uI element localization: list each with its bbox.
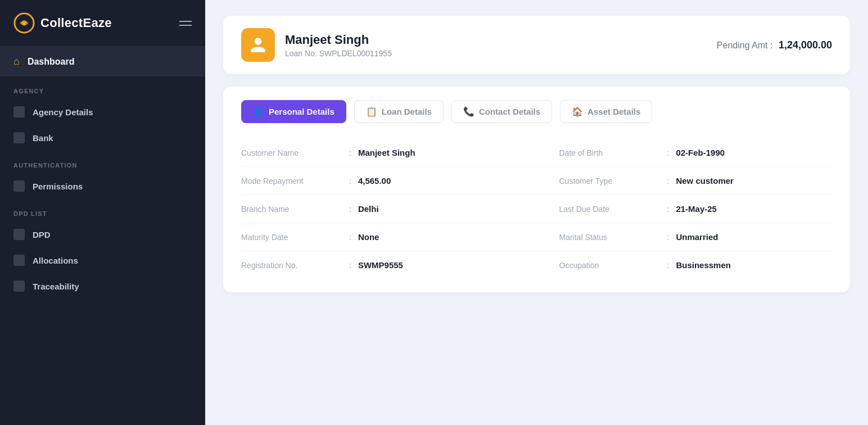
home-icon: ⌂ bbox=[13, 56, 20, 67]
tabs-row: 👤 Personal Details 📋 Loan Details 📞 Cont… bbox=[241, 100, 832, 123]
sidebar-item-label: Traceability bbox=[33, 282, 79, 291]
pending-amount-area: Pending Amt : 1,24,000.00 bbox=[717, 39, 832, 51]
pending-label: Pending Amt : bbox=[717, 40, 773, 50]
colon: : bbox=[349, 205, 351, 214]
tab-contact-details[interactable]: 📞 Contact Details bbox=[451, 100, 552, 123]
label-registration-no: Registration No. bbox=[241, 261, 342, 270]
value-customer-type: New customer bbox=[676, 176, 734, 186]
tab-asset-details[interactable]: 🏠 Asset Details bbox=[560, 100, 652, 123]
detail-row-marital-status: Marital Status : Unmarried bbox=[537, 223, 833, 251]
tab-asset-label: Asset Details bbox=[587, 107, 640, 116]
doc-icon: 📋 bbox=[366, 106, 377, 117]
details-left: Customer Name : Manjeet Singh Mode Repay… bbox=[241, 139, 537, 279]
sidebar-item-label: DPD bbox=[33, 230, 51, 239]
hamburger-menu[interactable] bbox=[179, 21, 192, 26]
detail-row-customer-type: Customer Type : New customer bbox=[537, 167, 833, 195]
loan-no-value: SWPLDEL00011955 bbox=[319, 49, 392, 58]
detail-row-customer-name: Customer Name : Manjeet Singh bbox=[241, 139, 537, 167]
label-customer-type: Customer Type bbox=[559, 177, 661, 186]
value-customer-name: Manjeet Singh bbox=[358, 148, 415, 157]
item-box-icon bbox=[13, 132, 25, 143]
person-icon: 👤 bbox=[253, 106, 264, 117]
tab-personal-details[interactable]: 👤 Personal Details bbox=[241, 100, 346, 123]
dashboard-label: Dashboard bbox=[28, 57, 75, 67]
item-box-icon bbox=[13, 255, 25, 266]
detail-row-occupation: Occupation : Businessmen bbox=[537, 251, 833, 279]
label-last-due-date: Last Due Date bbox=[559, 205, 661, 214]
value-maturity-date: None bbox=[358, 232, 379, 242]
colon: : bbox=[349, 177, 351, 186]
colon: : bbox=[667, 205, 670, 214]
pending-amount: 1,24,000.00 bbox=[779, 39, 832, 51]
sidebar-item-label: Permissions bbox=[33, 182, 83, 191]
user-icon bbox=[249, 36, 267, 54]
app-name: CollectEaze bbox=[40, 16, 112, 30]
header-info: Manjeet Singh Loan No: SWPLDEL00011955 bbox=[285, 33, 392, 58]
section-label-dpd-list: DPD LIST bbox=[0, 199, 205, 221]
detail-row-registration-no: Registration No. : SWMP9555 bbox=[241, 251, 537, 279]
section-label-authentication: AUTHENTICATION bbox=[0, 151, 205, 173]
sidebar-item-permissions[interactable]: Permissions bbox=[0, 173, 205, 199]
detail-row-mode-repayment: Mode Repayment : 4,565.00 bbox=[241, 167, 537, 195]
section-label-agency: AGENCY bbox=[0, 76, 205, 99]
loan-number: Loan No: SWPLDEL00011955 bbox=[285, 49, 392, 58]
header-card: Manjeet Singh Loan No: SWPLDEL00011955 P… bbox=[223, 16, 850, 74]
value-dob: 02-Feb-1990 bbox=[676, 148, 725, 157]
detail-row-last-due-date: Last Due Date : 21-May-25 bbox=[537, 195, 833, 223]
detail-row-maturity-date: Maturity Date : None bbox=[241, 223, 537, 251]
item-box-icon bbox=[13, 281, 25, 292]
main-content: Manjeet Singh Loan No: SWPLDEL00011955 P… bbox=[205, 0, 868, 425]
value-occupation: Businessmen bbox=[676, 260, 731, 270]
label-mode-repayment: Mode Repayment bbox=[241, 177, 342, 186]
item-box-icon bbox=[13, 229, 25, 240]
home-asset-icon: 🏠 bbox=[572, 106, 583, 117]
tab-contact-label: Contact Details bbox=[479, 107, 540, 116]
details-grid: Customer Name : Manjeet Singh Mode Repay… bbox=[241, 139, 832, 279]
value-registration-no: SWMP9555 bbox=[358, 260, 403, 270]
label-dob: Date of Birth bbox=[559, 148, 661, 157]
item-box-icon bbox=[13, 180, 25, 192]
value-branch-name: Delhi bbox=[358, 204, 379, 214]
details-right: Date of Birth : 02-Feb-1990 Customer Typ… bbox=[537, 139, 833, 279]
sidebar: CollectEaze ⌂ Dashboard AGENCY Agency De… bbox=[0, 0, 205, 425]
value-mode-repayment: 4,565.00 bbox=[358, 176, 391, 186]
details-card: 👤 Personal Details 📋 Loan Details 📞 Cont… bbox=[223, 87, 850, 292]
sidebar-item-agency-details[interactable]: Agency Details bbox=[0, 99, 205, 125]
tab-loan-label: Loan Details bbox=[382, 107, 432, 116]
tab-loan-details[interactable]: 📋 Loan Details bbox=[354, 100, 444, 123]
loan-no-label: Loan No: bbox=[285, 49, 317, 58]
avatar bbox=[241, 28, 275, 62]
phone-icon: 📞 bbox=[463, 106, 474, 117]
logo-icon bbox=[13, 12, 35, 34]
sidebar-item-allocations[interactable]: Allocations bbox=[0, 247, 205, 273]
colon: : bbox=[667, 177, 670, 186]
sidebar-item-label: Allocations bbox=[33, 256, 78, 265]
label-marital-status: Marital Status bbox=[559, 233, 661, 242]
sidebar-item-dpd[interactable]: DPD bbox=[0, 221, 205, 247]
detail-row-branch-name: Branch Name : Delhi bbox=[241, 195, 537, 223]
sidebar-item-bank[interactable]: Bank bbox=[0, 125, 205, 151]
tab-personal-label: Personal Details bbox=[269, 107, 334, 116]
value-last-due-date: 21-May-25 bbox=[676, 204, 717, 214]
item-box-icon bbox=[13, 106, 25, 117]
value-marital-status: Unmarried bbox=[676, 232, 718, 242]
customer-name: Manjeet Singh bbox=[285, 33, 392, 47]
label-customer-name: Customer Name bbox=[241, 148, 342, 157]
colon: : bbox=[667, 233, 670, 242]
colon: : bbox=[349, 261, 351, 270]
svg-point-1 bbox=[22, 21, 26, 25]
sidebar-item-label: Bank bbox=[33, 133, 53, 143]
sidebar-item-label: Agency Details bbox=[33, 107, 93, 117]
sidebar-item-traceability[interactable]: Traceability bbox=[0, 273, 205, 299]
colon: : bbox=[667, 261, 670, 270]
label-maturity-date: Maturity Date bbox=[241, 233, 342, 242]
colon: : bbox=[349, 233, 351, 242]
colon: : bbox=[667, 148, 670, 157]
colon: : bbox=[349, 148, 351, 157]
label-branch-name: Branch Name bbox=[241, 205, 342, 214]
detail-row-dob: Date of Birth : 02-Feb-1990 bbox=[537, 139, 833, 167]
logo-area: CollectEaze bbox=[0, 0, 205, 47]
label-occupation: Occupation bbox=[559, 261, 661, 270]
sidebar-item-dashboard[interactable]: ⌂ Dashboard bbox=[0, 47, 205, 76]
